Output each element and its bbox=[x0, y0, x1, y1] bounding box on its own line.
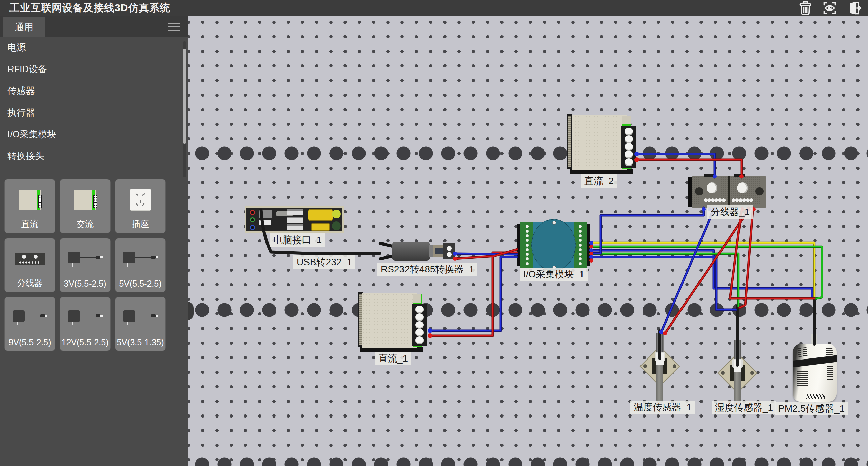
device-label: RS232转485转换器_1 bbox=[377, 263, 477, 276]
terminal-row[interactable] bbox=[732, 198, 753, 202]
palette-item-label: 直流 bbox=[5, 218, 55, 230]
usb-port[interactable] bbox=[287, 224, 303, 230]
device-label: 直流_1 bbox=[375, 352, 411, 365]
exit-icon[interactable] bbox=[845, 1, 863, 16]
terminal-block[interactable] bbox=[621, 126, 636, 168]
device-label: 直流_2 bbox=[581, 174, 617, 188]
menu-item-adapter[interactable]: 转换接头 bbox=[0, 145, 188, 167]
sidebar-scrollbar[interactable] bbox=[183, 41, 186, 177]
menu-item-power[interactable]: 电源 bbox=[0, 37, 188, 58]
palette-item-ac[interactable]: 交流 bbox=[60, 179, 111, 233]
palette-item-label: 5V(3.5-1.35) bbox=[115, 337, 165, 347]
menu-icon[interactable] bbox=[168, 21, 180, 31]
palette-item-5v-135[interactable]: 5V(3.5-1.35) bbox=[115, 297, 166, 351]
palette-item-9v[interactable]: 9V(5.5-2.5) bbox=[4, 297, 55, 351]
pegboard-band bbox=[188, 456, 868, 466]
usb-port[interactable] bbox=[287, 209, 303, 215]
dc-power-thumbnail bbox=[5, 183, 55, 217]
component-sidebar: 通用 电源 RFID设备 传感器 执行器 I/O采集模块 转换接头 直流 交流 bbox=[0, 16, 188, 466]
audio-jack-red[interactable] bbox=[250, 210, 255, 215]
menu-item-sensor[interactable]: 传感器 bbox=[0, 80, 188, 102]
db9-connector bbox=[433, 245, 444, 257]
menu-item-io-module[interactable]: I/O采集模块 bbox=[0, 123, 188, 145]
menu-item-rfid[interactable]: RFID设备 bbox=[0, 58, 188, 80]
app-root: 工业互联网设备及接线3D仿真系统 bbox=[0, 0, 868, 466]
device-label: 湿度传感器_1 bbox=[712, 401, 776, 414]
menu-item-actuator[interactable]: 执行器 bbox=[0, 102, 188, 123]
module-disc bbox=[531, 219, 576, 271]
adapter-thumbnail bbox=[115, 300, 165, 334]
palette-item-12v[interactable]: 12V(5.5-2.5) bbox=[60, 297, 111, 351]
device-splitter[interactable] bbox=[692, 176, 766, 208]
din-port[interactable] bbox=[332, 221, 341, 230]
delete-icon[interactable] bbox=[796, 1, 814, 16]
tab-general[interactable]: 通用 bbox=[3, 17, 45, 37]
scrollbar-thumb[interactable] bbox=[183, 49, 186, 144]
palette-item-dc[interactable]: 直流 bbox=[4, 179, 55, 233]
vga-port[interactable] bbox=[308, 209, 333, 221]
palette-item-5v[interactable]: 5V(5.5-2.5) bbox=[115, 238, 166, 292]
palette-item-label: 分线器 bbox=[5, 277, 55, 289]
socket-thumbnail bbox=[115, 183, 165, 217]
adapter-thumbnail bbox=[60, 300, 110, 334]
adapter-thumbnail bbox=[5, 300, 55, 334]
category-menu: 电源 RFID设备 传感器 执行器 I/O采集模块 转换接头 bbox=[0, 37, 188, 167]
ac-power-thumbnail bbox=[60, 183, 110, 217]
palette-item-label: 5V(5.5-2.5) bbox=[115, 279, 165, 289]
device-label: 分线器_1 bbox=[707, 205, 753, 219]
terminal-row[interactable] bbox=[704, 198, 726, 202]
palette-item-label: 交流 bbox=[60, 218, 110, 230]
device-pm25-sensor[interactable] bbox=[793, 344, 837, 402]
din-port[interactable] bbox=[332, 210, 341, 218]
canvas-3d-viewport[interactable]: 直流_2 电脑接口_1 USB转232_1 RS232转485转换器_1 I/O… bbox=[188, 16, 868, 466]
palette-item-socket[interactable]: 插座 bbox=[115, 179, 166, 233]
terminal-block[interactable] bbox=[443, 243, 455, 259]
device-computer-interface[interactable] bbox=[245, 206, 344, 233]
pegboard-band bbox=[188, 302, 868, 317]
device-label: USB转232_1 bbox=[293, 255, 355, 269]
palette-item-label: 12V(5.5-2.5) bbox=[60, 337, 110, 347]
sidebar-collapse-handle[interactable] bbox=[188, 302, 194, 320]
device-rs232-485-converter[interactable] bbox=[378, 241, 455, 263]
device-io-module[interactable] bbox=[517, 222, 590, 268]
palette-item-label: 3V(5.5-2.5) bbox=[60, 279, 110, 289]
palette-item-label: 9V(5.5-2.5) bbox=[5, 337, 55, 347]
usb-port[interactable] bbox=[287, 217, 303, 223]
device-label: I/O采集模块_1 bbox=[520, 268, 588, 281]
palette-item-label: 插座 bbox=[115, 218, 165, 230]
device-label: PM2.5传感器_1 bbox=[775, 402, 848, 415]
pegboard-band bbox=[188, 145, 868, 160]
palette-item-splitter[interactable]: 分线器 bbox=[4, 238, 55, 292]
device-dc-power-1[interactable] bbox=[358, 291, 428, 352]
title-bar: 工业互联网设备及接线3D仿真系统 bbox=[0, 0, 868, 16]
device-temperature-sensor[interactable] bbox=[641, 333, 678, 406]
ps2-port[interactable] bbox=[259, 210, 272, 218]
serial-port[interactable] bbox=[311, 223, 330, 231]
terminal-block[interactable] bbox=[412, 304, 427, 346]
audio-jack-green[interactable] bbox=[250, 217, 255, 222]
adapter-thumbnail bbox=[115, 242, 165, 276]
header-toolbar bbox=[796, 1, 863, 16]
view-focus-icon[interactable] bbox=[821, 1, 839, 16]
palette-item-3v[interactable]: 3V(5.5-2.5) bbox=[60, 238, 111, 292]
device-dc-power-2[interactable] bbox=[567, 113, 637, 174]
adapter-thumbnail bbox=[60, 242, 110, 276]
splitter-thumbnail bbox=[5, 242, 55, 276]
audio-jack-blue[interactable] bbox=[250, 225, 255, 230]
device-label: 电脑接口_1 bbox=[270, 233, 325, 247]
device-label: 温度传感器_1 bbox=[630, 401, 695, 414]
sidebar-tab-row: 通用 bbox=[0, 16, 188, 37]
app-title: 工业互联网设备及接线3D仿真系统 bbox=[9, 1, 170, 15]
usb-port[interactable] bbox=[259, 220, 271, 225]
